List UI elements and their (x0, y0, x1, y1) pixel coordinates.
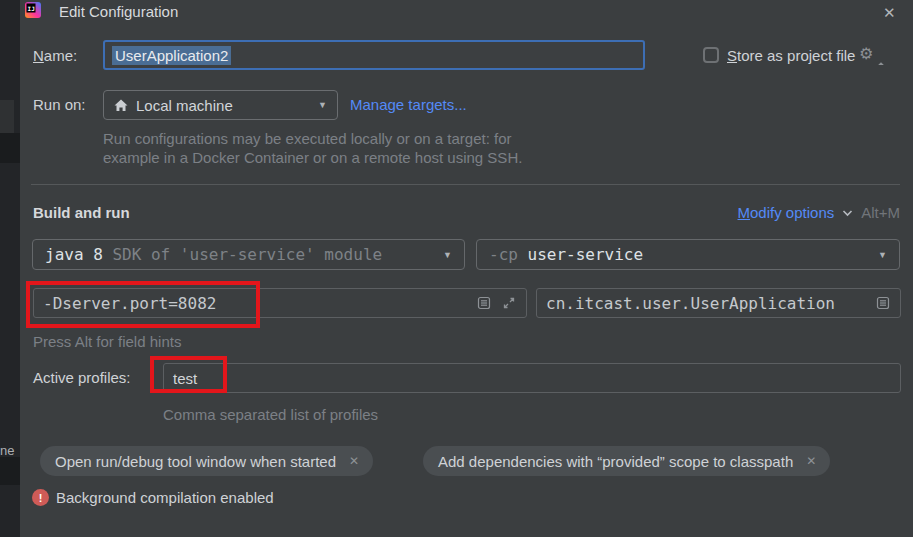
classpath-select[interactable]: -cp user-service ▼ (476, 239, 900, 270)
background-band (0, 133, 20, 163)
dialog-title: Edit Configuration (59, 3, 178, 20)
jre-value-highlight: java 8 (45, 245, 103, 264)
background-band (0, 100, 14, 133)
close-icon[interactable]: ✕ (881, 2, 898, 24)
svg-text:IJ: IJ (28, 5, 35, 12)
vm-options-input[interactable]: -Dserver.port=8082 (33, 288, 527, 318)
modify-options-link[interactable]: Modify options (738, 204, 835, 221)
chevron-down-icon: ▼ (318, 100, 327, 110)
build-and-run-header: Build and run (33, 204, 130, 221)
run-on-value: Local machine (136, 97, 310, 114)
active-profiles-input[interactable]: test (163, 363, 901, 393)
manage-targets-link[interactable]: Manage targets... (350, 96, 467, 113)
run-on-select[interactable]: Local machine ▼ (103, 90, 338, 120)
expand-field-icon[interactable] (501, 295, 517, 311)
active-profiles-hint: Comma separated list of profiles (163, 406, 378, 423)
chevron-down-icon (842, 209, 853, 217)
store-as-project-file-label: Store as project file (727, 47, 855, 64)
name-input-selected-text: UserApplication2 (112, 46, 231, 65)
remove-chip-icon[interactable]: ✕ (806, 454, 816, 468)
store-settings-gear-icon[interactable]: ⚙ (859, 44, 881, 66)
name-label: Name: (33, 47, 77, 64)
remove-chip-icon[interactable]: ✕ (349, 454, 359, 468)
browse-class-list-icon[interactable] (875, 295, 891, 311)
store-as-project-file-checkbox[interactable] (703, 47, 719, 63)
active-profiles-value: test (173, 370, 197, 387)
section-divider (31, 184, 900, 185)
intellij-logo-icon: IJ (25, 2, 41, 18)
main-class-input[interactable]: cn.itcast.user.UserApplication (536, 288, 901, 318)
modify-options-shortcut: Alt+M (861, 204, 900, 221)
error-icon: ! (32, 489, 49, 506)
jre-value-description: SDK of 'user-service' module (103, 245, 382, 264)
status-message: Background compilation enabled (56, 489, 274, 506)
chip-open-run-debug-tool-window[interactable]: Open run/debug tool window when started … (40, 446, 373, 476)
classpath-flag: -cp (489, 245, 528, 264)
name-input[interactable]: UserApplication2 (103, 40, 645, 70)
classpath-value: user-service (528, 245, 644, 264)
active-profiles-label: Active profiles: (33, 369, 131, 386)
chevron-down-icon: ▼ (878, 250, 887, 260)
field-hints-hint: Press Alt for field hints (33, 333, 181, 350)
chip-add-provided-dependencies[interactable]: Add dependencies with “provided” scope t… (423, 446, 830, 476)
home-icon (114, 99, 128, 112)
background-clipped-text: ne (0, 443, 14, 458)
macros-list-icon[interactable] (476, 295, 492, 311)
run-on-label: Run on: (33, 96, 86, 113)
modify-options-row: Modify options Alt+M (738, 204, 901, 221)
jre-select[interactable]: java 8 SDK of 'user-service' module ▼ (32, 239, 465, 270)
chevron-down-icon: ▼ (443, 250, 452, 260)
main-class-value: cn.itcast.user.UserApplication (546, 294, 875, 313)
background-band (0, 457, 20, 485)
run-on-help-text: Run configurations may be executed local… (103, 129, 522, 167)
vm-options-value: -Dserver.port=8082 (43, 294, 476, 313)
